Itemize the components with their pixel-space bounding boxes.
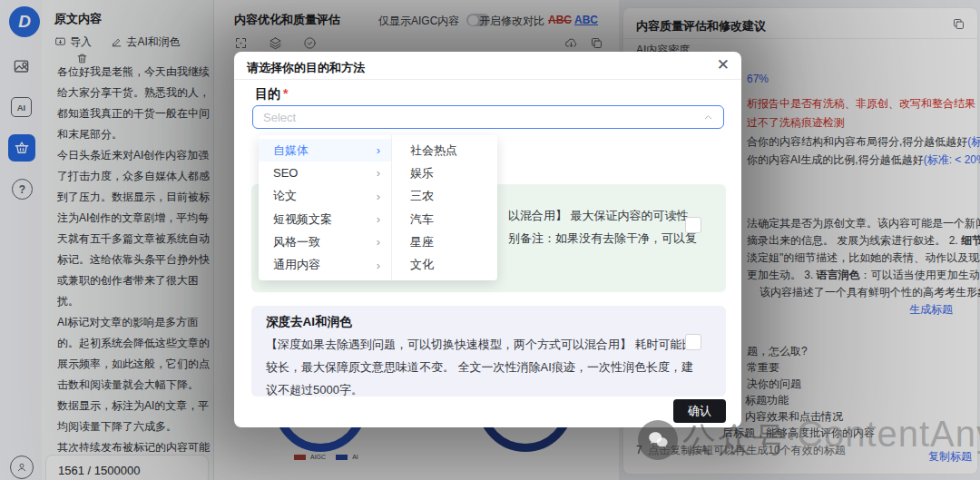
chevron-right-icon: ›	[377, 166, 380, 180]
required-mark: *	[283, 86, 288, 101]
dropdown-subcategories: 社会热点 娱乐 三农 汽车 星座 文化	[392, 135, 497, 280]
subcategory-hotspot[interactable]: 社会热点	[392, 139, 497, 162]
category-shortvideo[interactable]: 短视频文案›	[259, 208, 391, 230]
subcategory-culture[interactable]: 文化	[392, 253, 497, 276]
deep-section-checkbox[interactable]	[685, 334, 701, 350]
select-placeholder: Select	[263, 111, 296, 124]
modal-title: 请选择你的目的和方法	[247, 60, 365, 76]
chevron-right-icon: ›	[377, 143, 380, 157]
dropdown-categories: 自媒体› SEO› 论文› 短视频文案› 风格一致› 通用内容›	[259, 135, 392, 280]
chevron-right-icon: ›	[377, 259, 380, 272]
close-icon[interactable]: ✕	[717, 57, 730, 73]
purpose-label: 目的*	[255, 86, 288, 103]
subcategory-entertainment[interactable]: 娱乐	[392, 162, 497, 184]
deep-section-text: 【深度如果去除遇到问题，可以切换快速模型，两个方式可以混合用】 耗时可能比较长，…	[266, 333, 700, 401]
category-style[interactable]: 风格一致›	[259, 230, 391, 253]
deep-section-title: 深度去AI和润色	[266, 314, 352, 330]
category-general[interactable]: 通用内容›	[259, 253, 391, 276]
quick-section-text: 别备注：如果没有去除干净，可以复	[508, 230, 697, 247]
subcategory-sannong[interactable]: 三农	[392, 185, 497, 208]
subcategory-horoscope[interactable]: 星座	[392, 230, 497, 253]
category-seo[interactable]: SEO›	[259, 162, 391, 184]
chevron-up-icon	[703, 113, 713, 122]
deep-deai-section[interactable]: 深度去AI和润色 【深度如果去除遇到问题，可以切换快速模型，两个方式可以混合用】…	[251, 306, 726, 397]
quick-section-checkbox[interactable]	[685, 217, 701, 233]
subcategory-auto[interactable]: 汽车	[392, 208, 497, 230]
chevron-right-icon: ›	[377, 235, 380, 249]
app-window: D AI ? 原文内容 导入 去AI和润色	[0, 0, 980, 480]
divider	[234, 79, 741, 80]
category-zimeiti[interactable]: 自媒体›	[259, 139, 391, 162]
quick-section-text: 以混合用】 最大保证内容的可读性，	[508, 208, 701, 224]
category-lunwen[interactable]: 论文›	[259, 185, 391, 208]
chevron-right-icon: ›	[377, 190, 380, 203]
purpose-dropdown: 自媒体› SEO› 论文› 短视频文案› 风格一致› 通用内容› 社会热点 娱乐…	[259, 135, 497, 280]
confirm-button[interactable]: 确认	[673, 399, 726, 423]
purpose-method-modal: 请选择你的目的和方法 ✕ 目的* Select 自媒体› SEO› 论文› 短视…	[234, 52, 741, 427]
chevron-right-icon: ›	[377, 212, 380, 226]
purpose-select[interactable]: Select	[252, 105, 724, 129]
